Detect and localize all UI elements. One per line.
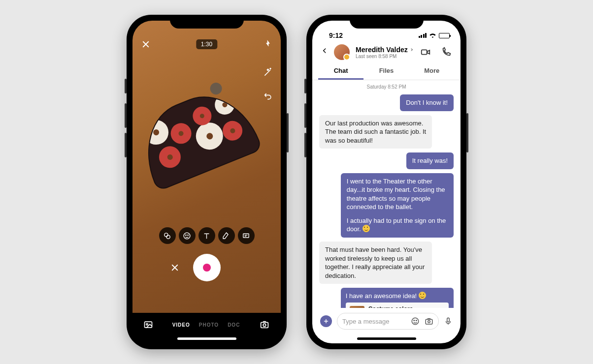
text-icon[interactable] bbox=[198, 227, 215, 244]
chevron-right-icon bbox=[410, 47, 414, 52]
compose-plus-button[interactable] bbox=[320, 315, 332, 327]
phone-left-camera: 1:30 bbox=[127, 15, 287, 349]
attachment-thumbnail bbox=[350, 306, 364, 308]
svg-point-0 bbox=[165, 233, 168, 236]
svg-point-9 bbox=[263, 324, 266, 327]
tab-more[interactable]: More bbox=[409, 63, 455, 80]
message-in[interactable]: That must have been hard. You've worked … bbox=[319, 242, 432, 284]
message-in[interactable]: Our last production was awesome. The tea… bbox=[319, 115, 432, 149]
svg-point-13 bbox=[416, 320, 417, 321]
cancel-record-icon[interactable] bbox=[170, 263, 179, 272]
camera-subject-purse bbox=[132, 81, 263, 191]
mode-doc[interactable]: DOC bbox=[228, 322, 240, 328]
date-separator: Saturday 8:52 PM bbox=[319, 84, 454, 90]
message-list[interactable]: Saturday 8:52 PM Don't I know it! Our la… bbox=[312, 80, 461, 308]
status-time: 9:12 bbox=[329, 31, 343, 39]
recording-timer: 1:30 bbox=[196, 39, 217, 49]
tab-files[interactable]: Files bbox=[363, 63, 409, 80]
svg-point-3 bbox=[186, 235, 186, 235]
board-icon[interactable] bbox=[238, 227, 255, 244]
svg-rect-8 bbox=[261, 322, 268, 328]
svg-point-4 bbox=[188, 235, 188, 235]
message-out[interactable]: Don't I know it! bbox=[400, 94, 454, 111]
svg-point-7 bbox=[146, 324, 148, 325]
emoji-picker-icon[interactable] bbox=[411, 317, 420, 326]
svg-point-1 bbox=[166, 235, 170, 239]
contact-name-button[interactable]: Meredith Valdez bbox=[356, 46, 414, 54]
tab-chat[interactable]: Chat bbox=[318, 63, 363, 80]
home-indicator[interactable] bbox=[177, 337, 236, 340]
camera-icon[interactable] bbox=[425, 317, 433, 326]
camera-modes[interactable]: VIDEO PHOTO DOC bbox=[172, 322, 240, 328]
message-out[interactable]: It really was! bbox=[406, 152, 454, 169]
svg-point-12 bbox=[414, 320, 415, 321]
camera-viewfinder: 1:30 bbox=[132, 21, 281, 313]
video-call-icon[interactable] bbox=[420, 47, 431, 58]
record-button[interactable] bbox=[193, 254, 221, 281]
signal-icon bbox=[419, 33, 427, 38]
message-input[interactable]: Type a message bbox=[337, 313, 439, 330]
mode-photo[interactable]: PHOTO bbox=[199, 322, 219, 328]
wifi-icon bbox=[429, 31, 436, 39]
status-bar: 9:12 bbox=[312, 21, 461, 40]
sad-emoji-icon bbox=[362, 225, 370, 232]
avatar[interactable] bbox=[334, 44, 350, 60]
filter-icon[interactable] bbox=[159, 227, 176, 244]
svg-rect-10 bbox=[422, 50, 427, 54]
svg-rect-5 bbox=[243, 234, 249, 238]
svg-point-15 bbox=[428, 321, 430, 323]
magic-wand-icon[interactable] bbox=[263, 67, 273, 77]
phone-right-chat: 9:12 Meredith Valdez Last seen 8:58 PM bbox=[306, 15, 466, 349]
battery-icon bbox=[439, 33, 450, 38]
audio-call-icon[interactable] bbox=[441, 47, 452, 58]
svg-point-11 bbox=[412, 318, 419, 325]
back-icon[interactable] bbox=[321, 47, 328, 57]
svg-rect-16 bbox=[447, 318, 450, 322]
lens-switch-icon[interactable] bbox=[259, 319, 270, 330]
emoji-sticker-icon[interactable] bbox=[179, 227, 196, 244]
message-out[interactable]: I went to the Theater the other day...it… bbox=[341, 173, 454, 238]
svg-rect-14 bbox=[426, 319, 432, 324]
flash-icon[interactable] bbox=[264, 39, 272, 49]
message-out-attachment[interactable]: I have an awesome idea! Costume colors 1… bbox=[341, 288, 454, 308]
pen-icon[interactable] bbox=[218, 227, 235, 244]
undo-icon[interactable] bbox=[263, 91, 273, 101]
svg-point-2 bbox=[184, 233, 190, 239]
close-icon[interactable] bbox=[141, 40, 150, 49]
last-seen-label: Last seen 8:58 PM bbox=[356, 54, 414, 59]
grin-emoji-icon bbox=[419, 292, 426, 299]
message-placeholder: Type a message bbox=[342, 318, 406, 325]
attachment-file[interactable]: Costume colors 1.3 MB ••• bbox=[346, 303, 449, 308]
home-indicator[interactable] bbox=[357, 337, 416, 340]
microphone-icon[interactable] bbox=[444, 317, 453, 326]
camera-side-tools bbox=[263, 67, 273, 101]
gallery-icon[interactable] bbox=[143, 320, 153, 330]
mode-video[interactable]: VIDEO bbox=[172, 322, 190, 328]
